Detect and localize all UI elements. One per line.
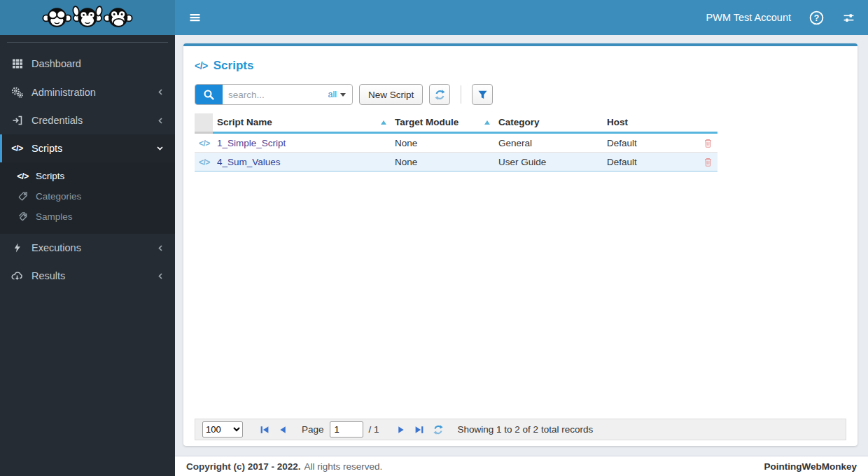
chevron-left-icon [156,244,164,253]
sidebar-subitem-label: Scripts [36,171,64,181]
scripts-card: </> Scripts all [183,43,858,446]
column-label: Target Module [395,117,458,127]
topbar-main: PWM Test Account ? [175,0,868,35]
refresh-icon [434,89,446,101]
search-input[interactable] [223,85,325,104]
sidebar: Dashboard Administration Credentials [0,35,175,476]
delete-script-button[interactable] [703,137,713,148]
script-name-link[interactable]: 1_Simple_Script [217,138,286,148]
sliders-icon [842,12,855,24]
chevron-down-icon [155,144,164,153]
help-icon: ? [809,10,824,25]
sidebar-item-dashboard[interactable]: Dashboard [0,50,175,78]
copyright-rest: All rights reserved. [304,461,383,472]
tags-icon [17,211,29,222]
lightning-bolt-icon [10,242,24,253]
page-title: </> Scripts [195,59,846,73]
trash-icon [703,137,713,148]
sidebar-toggle-button[interactable] [185,8,205,27]
column-header-category[interactable]: Category [494,113,603,133]
account-name[interactable]: PWM Test Account [706,12,791,23]
delete-script-button[interactable] [703,156,713,167]
filter-button[interactable] [472,84,493,105]
target-module-cell: None [391,153,494,172]
sidebar-item-label: Results [31,270,65,281]
toolbar: all New Script [195,84,846,105]
search-button[interactable] [195,85,223,104]
host-cell: Default [603,153,687,172]
expand-column-header [195,113,213,133]
new-script-button[interactable]: New Script [359,84,423,105]
sidebar-item-administration[interactable]: Administration [0,78,175,106]
gears-icon [10,86,24,98]
column-label: Category [498,117,540,127]
trash-icon [703,156,713,167]
table-header-row: Script Name Target Module Category Host [195,113,718,133]
refresh-icon [433,424,444,435]
grid-icon [10,58,24,69]
copyright-years: Copyright (c) 2017 - 2022. [186,461,301,472]
column-label: Host [607,117,628,127]
next-page-icon [396,425,406,435]
code-icon: </> [195,60,208,71]
code-icon: </> [199,158,210,167]
sidebar-item-label: Administration [31,87,96,98]
sort-asc-icon [484,120,490,125]
settings-button[interactable] [842,12,855,24]
table-row: </> 4_Sum_Values None User Guide Default [195,153,718,172]
sidebar-item-executions[interactable]: Executions [0,234,175,262]
app-logo[interactable] [0,0,175,35]
column-header-script-name[interactable]: Script Name [213,113,391,133]
content-area: </> Scripts all [175,35,868,456]
code-icon: </> [17,172,29,181]
caret-down-icon [340,93,346,97]
last-page-icon [414,425,424,435]
hamburger-icon [189,12,201,23]
records-summary: Showing 1 to 2 of 2 total records [458,424,594,435]
chevron-left-icon [156,88,164,97]
sidebar-subitem-label: Samples [36,211,73,222]
filter-funnel-icon [477,90,488,100]
sidebar-item-scripts[interactable]: </> Scripts [0,134,175,162]
next-page-button[interactable] [395,424,407,436]
first-page-button[interactable] [258,424,271,436]
sidebar-divider [7,42,168,43]
topbar: PWM Test Account ? [0,0,868,35]
column-header-target-module[interactable]: Target Module [391,113,494,133]
sidebar-subitem-label: Categories [36,191,81,202]
sidebar-subitem-categories[interactable]: Categories [0,186,175,206]
sort-asc-icon [381,120,386,125]
category-cell: General [494,133,603,153]
search-scope-dropdown[interactable]: all [325,85,352,104]
actions-column-header [687,113,718,133]
search-icon [203,89,215,101]
host-cell: Default [603,133,687,153]
tag-icon [17,191,29,202]
target-module-cell: None [391,133,494,153]
cloud-download-icon [10,270,24,281]
scripts-submenu: </> Scripts Categories [0,162,175,234]
brand-name: PointingWebMonkey [764,461,857,472]
sidebar-subitem-samples[interactable]: Samples [0,206,175,227]
sidebar-subitem-scripts[interactable]: </> Scripts [0,166,175,186]
sidebar-item-credentials[interactable]: Credentials [0,106,175,134]
page-number-input[interactable] [330,421,363,438]
sidebar-item-label: Credentials [31,115,83,126]
help-button[interactable]: ? [809,10,824,25]
pager-refresh-button[interactable] [431,423,445,437]
page-title-text: Scripts [214,59,254,73]
app-window: PWM Test Account ? [0,0,868,476]
page-label: Page [302,424,324,435]
previous-page-button[interactable] [276,424,289,436]
code-icon: </> [10,144,24,153]
refresh-button[interactable] [429,84,450,105]
last-page-button[interactable] [413,424,426,436]
pagination-bar: 100 Page / 1 [195,419,846,440]
column-header-host[interactable]: Host [603,113,687,133]
column-label: Script Name [217,117,272,127]
script-name-link[interactable]: 4_Sum_Values [217,157,281,167]
page-size-select[interactable]: 100 [202,421,243,438]
chevron-left-icon [156,272,164,281]
sidebar-item-label: Dashboard [31,58,81,69]
sidebar-item-results[interactable]: Results [0,262,175,290]
